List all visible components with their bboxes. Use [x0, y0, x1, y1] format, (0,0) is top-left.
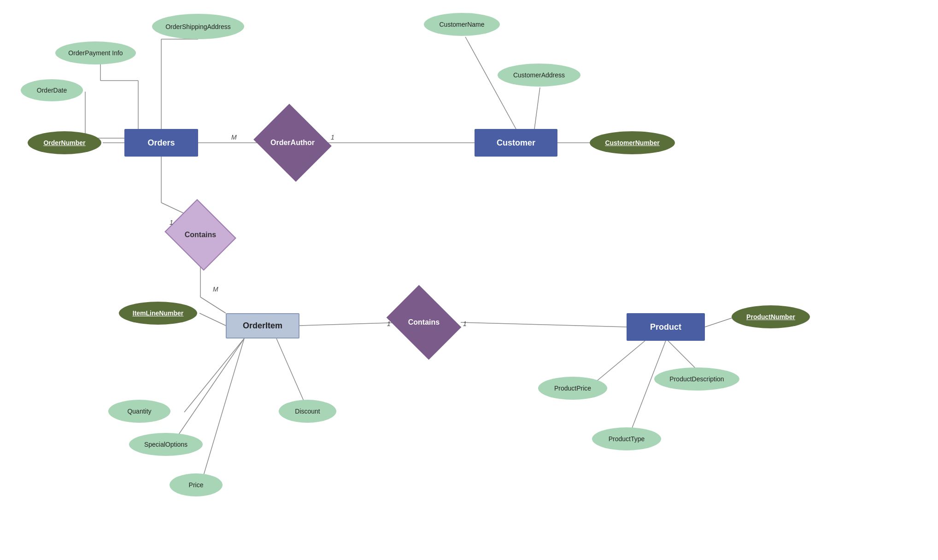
- orders-entity: Orders: [124, 129, 198, 157]
- price-oval: Price: [170, 473, 223, 496]
- ordernumber-oval: OrderNumber: [28, 131, 101, 154]
- cardinality-13: 1: [387, 320, 391, 327]
- orderitem-entity: OrderItem: [226, 313, 299, 338]
- productprice-oval: ProductPrice: [538, 377, 607, 400]
- orderpaymentinfo-oval: OrderPayment Info: [55, 41, 136, 64]
- svg-line-17: [200, 297, 226, 313]
- productdescription-oval: ProductDescription: [654, 368, 739, 391]
- cardinality-14: 1: [463, 320, 467, 327]
- svg-line-18: [199, 313, 226, 326]
- discount-oval: Discount: [279, 400, 336, 423]
- svg-line-26: [590, 341, 645, 387]
- svg-line-19: [184, 338, 244, 412]
- orderauthor-relationship: OrderAuthor: [263, 117, 322, 168]
- contains2-relationship: Contains: [394, 299, 454, 345]
- cardinality-11: 1: [331, 134, 334, 141]
- svg-line-28: [668, 341, 696, 368]
- svg-line-21: [200, 338, 244, 486]
- er-diagram: Orders Customer Product OrderItem OrderA…: [0, 0, 938, 560]
- ordershippingaddress-oval: OrderShippingAddress: [152, 14, 244, 39]
- product-entity: Product: [627, 313, 705, 341]
- cardinality-m1: M: [231, 134, 237, 141]
- svg-line-25: [705, 318, 733, 327]
- orderdate-oval: OrderDate: [21, 79, 83, 101]
- customername-oval: CustomerName: [424, 13, 500, 36]
- svg-line-24: [461, 322, 627, 327]
- svg-line-12: [534, 88, 540, 129]
- productnumber-oval: ProductNumber: [732, 305, 810, 328]
- producttype-oval: ProductType: [592, 427, 661, 450]
- specialoptions-oval: SpecialOptions: [129, 433, 203, 456]
- itemlinenumber-oval: ItemLineNumber: [119, 302, 197, 325]
- cardinality-m2: M: [213, 286, 218, 293]
- quantity-oval: Quantity: [108, 400, 170, 423]
- svg-line-29: [627, 341, 666, 440]
- contains1-relationship: Contains: [173, 212, 228, 258]
- customeraddress-oval: CustomerAddress: [498, 64, 580, 87]
- svg-line-20: [172, 338, 244, 444]
- connection-lines: [0, 0, 938, 560]
- cardinality-12: 1: [170, 219, 173, 226]
- customernumber-oval: CustomerNumber: [590, 131, 675, 154]
- customer-entity: Customer: [475, 129, 557, 157]
